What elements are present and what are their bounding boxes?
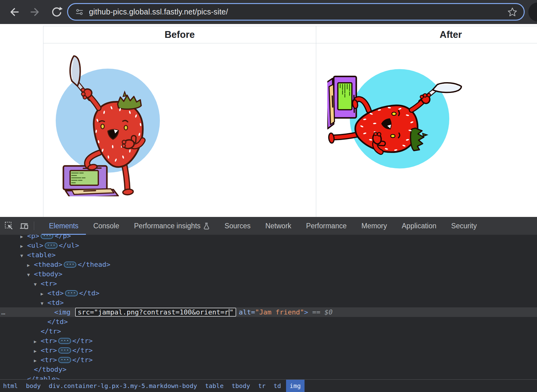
back-button[interactable] bbox=[7, 5, 20, 19]
devtools-tab-memory[interactable]: Memory bbox=[354, 217, 394, 235]
inline-expand-pill[interactable]: ··· bbox=[45, 242, 58, 249]
inline-expand-pill[interactable]: ··· bbox=[58, 357, 71, 363]
bookmark-star-icon[interactable] bbox=[507, 7, 518, 17]
token-tag: <tr> bbox=[41, 280, 57, 287]
disclosure-arrow[interactable]: ▶ bbox=[34, 346, 41, 356]
tab-label: Performance bbox=[306, 222, 347, 230]
token-tag: > bbox=[304, 308, 308, 316]
devtools-tab-elements[interactable]: Elements bbox=[42, 217, 86, 235]
devtools-tab-performance-insights[interactable]: Performance insights bbox=[127, 217, 217, 235]
token-tag: <tr> bbox=[41, 337, 57, 345]
devtools-tab-sources[interactable]: Sources bbox=[217, 217, 258, 235]
breadcrumb-item-div[interactable]: div.container-lg.px-3.my-5.markdown-body bbox=[46, 382, 200, 390]
token-tag: <thead> bbox=[34, 261, 63, 268]
token-tag: </tr> bbox=[72, 356, 93, 364]
tree-row[interactable]: ▶<p>···</p> bbox=[0, 235, 537, 241]
edit-text: src="jampal.png?contrast=100&orient=r bbox=[78, 308, 228, 316]
token-tag: <tr> bbox=[41, 356, 57, 364]
tree-row[interactable]: ▶<thead>···</thead> bbox=[0, 260, 537, 269]
devtools-tab-performance[interactable]: Performance bbox=[299, 217, 354, 235]
tree-row[interactable]: …<img src="jampal.png?contrast=100&orien… bbox=[0, 307, 537, 317]
tree-row[interactable]: ▼<tbody> bbox=[0, 269, 537, 279]
token-tag: <tr> bbox=[41, 346, 57, 354]
tab-label: Performance insights bbox=[134, 222, 200, 230]
token-dollar: $0 bbox=[325, 308, 333, 316]
inspect-element-icon[interactable] bbox=[4, 221, 14, 230]
breadcrumb-item-html[interactable]: html bbox=[0, 382, 21, 390]
profile-avatar[interactable] bbox=[528, 2, 537, 22]
token-tag: <tbody> bbox=[34, 270, 63, 278]
disclosure-arrow[interactable]: ▼ bbox=[27, 270, 34, 280]
before-cell bbox=[43, 43, 316, 217]
token-tag: </td> bbox=[47, 318, 68, 326]
token-val: "Jam friend" bbox=[255, 308, 304, 316]
token-tag: </ul> bbox=[59, 242, 79, 249]
token-tag: </tbody> bbox=[34, 366, 67, 373]
disclosure-arrow[interactable]: ▶ bbox=[34, 356, 41, 366]
experiment-flask-icon bbox=[203, 222, 210, 230]
tab-label: Console bbox=[93, 222, 119, 230]
tab-label: Elements bbox=[49, 222, 79, 230]
forward-button[interactable] bbox=[29, 5, 42, 19]
row-menu-ellipsis[interactable]: … bbox=[1, 307, 5, 317]
attribute-edit-input[interactable]: src="jampal.png?contrast=100&orient=r" bbox=[75, 308, 236, 317]
inline-expand-pill[interactable]: ··· bbox=[64, 262, 77, 268]
devtools-tab-security[interactable]: Security bbox=[444, 217, 484, 235]
token-eq: == bbox=[308, 308, 325, 316]
tree-row[interactable]: </tbody> bbox=[0, 365, 537, 374]
token-tag: <td> bbox=[47, 289, 64, 297]
back-arrow-icon bbox=[7, 5, 20, 19]
inline-expand-pill[interactable]: ··· bbox=[58, 347, 71, 354]
tune-icon[interactable] bbox=[75, 8, 83, 16]
browser-chrome: github-pics.global.ssl.fastly.net/pics-s… bbox=[0, 0, 537, 24]
after-cell bbox=[316, 43, 537, 217]
page-content: Before After bbox=[0, 24, 537, 217]
tab-label: Memory bbox=[361, 222, 387, 230]
devtools-tab-console[interactable]: Console bbox=[86, 217, 127, 235]
token-tag: </tr> bbox=[72, 337, 93, 345]
tree-row[interactable]: ▶<tr>···</tr> bbox=[0, 355, 537, 365]
reload-icon bbox=[49, 5, 63, 19]
tree-row[interactable]: </table> bbox=[0, 374, 537, 379]
disclosure-arrow[interactable]: ▶ bbox=[34, 337, 41, 346]
disclosure-arrow[interactable]: ▼ bbox=[34, 280, 41, 289]
inline-expand-pill[interactable]: ··· bbox=[41, 235, 54, 239]
token-tag: <p> bbox=[27, 235, 39, 240]
token-tag: <ul> bbox=[27, 242, 43, 249]
url-bar[interactable]: github-pics.global.ssl.fastly.net/pics-s… bbox=[67, 3, 525, 21]
inline-expand-pill[interactable]: ··· bbox=[58, 338, 71, 344]
tree-row[interactable]: ▶<ul>···</ul> bbox=[0, 241, 537, 250]
disclosure-arrow[interactable]: ▼ bbox=[20, 251, 27, 261]
tree-row[interactable]: ▶<tr>···</tr> bbox=[0, 346, 537, 355]
tab-label: Security bbox=[451, 222, 477, 230]
inline-expand-pill[interactable]: ··· bbox=[65, 290, 78, 296]
breadcrumb-item-img[interactable]: img bbox=[286, 380, 305, 392]
devtools-tab-application[interactable]: Application bbox=[394, 217, 444, 235]
disclosure-arrow[interactable]: ▶ bbox=[41, 289, 47, 299]
devtools-tabbar-tabs: ElementsConsolePerformance insightsSourc… bbox=[39, 217, 484, 235]
devtools-tab-network[interactable]: Network bbox=[258, 217, 299, 235]
tree-row[interactable]: ▶<tr>···</tr> bbox=[0, 336, 537, 346]
tree-row[interactable]: ▼<tr> bbox=[0, 279, 537, 288]
tree-row[interactable]: ▼<td> bbox=[0, 298, 537, 307]
disclosure-arrow[interactable]: ▶ bbox=[27, 261, 34, 270]
device-toolbar-icon[interactable] bbox=[20, 221, 29, 230]
breadcrumb-item-tbody[interactable]: tbody bbox=[228, 382, 253, 390]
token-tag: </td> bbox=[79, 289, 99, 297]
tree-row[interactable]: ▼<table> bbox=[0, 250, 537, 260]
breadcrumb-item-body[interactable]: body bbox=[23, 382, 44, 390]
breadcrumb-item-table[interactable]: table bbox=[202, 382, 227, 390]
token-tag: </p> bbox=[55, 235, 71, 240]
tree-row[interactable]: </td> bbox=[0, 317, 537, 326]
token-tag: </tr> bbox=[41, 327, 61, 335]
table-header-before: Before bbox=[43, 26, 316, 43]
disclosure-arrow[interactable]: ▼ bbox=[41, 299, 47, 308]
breadcrumb-item-td[interactable]: td bbox=[271, 382, 284, 390]
tree-row[interactable]: ▶<td>···</td> bbox=[0, 288, 537, 298]
disclosure-arrow[interactable]: ▶ bbox=[20, 242, 27, 251]
breadcrumb-item-tr[interactable]: tr bbox=[255, 382, 268, 390]
tab-label: Network bbox=[265, 222, 291, 230]
reload-button[interactable] bbox=[49, 5, 63, 19]
tree-row[interactable]: </tr> bbox=[0, 326, 537, 336]
dom-tree: ▶<p>···</p>▶<ul>···</ul>▼<table>▶<thead>… bbox=[0, 235, 537, 379]
